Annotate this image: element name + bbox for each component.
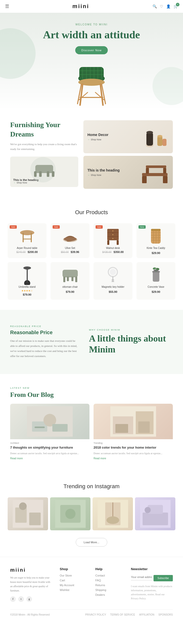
product-old-price: $50.00	[61, 251, 69, 253]
product-price: $200.00	[28, 250, 38, 253]
product-card[interactable]: ottoman chair $79.90	[51, 262, 89, 300]
newsletter-email-input[interactable]	[131, 574, 152, 580]
search-icon[interactable]: 🔍	[152, 4, 157, 9]
product-stars: ★★★★☆	[11, 289, 43, 292]
twitter-icon[interactable]: t	[18, 596, 24, 602]
svg-rect-69	[112, 280, 114, 280]
product-old-price: $240.00	[17, 251, 26, 253]
footer-help-link[interactable]: Dealers	[95, 593, 123, 596]
svg-rect-33	[146, 168, 149, 174]
product-image	[11, 226, 43, 247]
product-card[interactable]: New Kinte Tea Caddy $29.90	[136, 223, 175, 258]
svg-rect-86	[138, 421, 150, 433]
svg-point-46	[112, 238, 113, 239]
footer-privacy-link[interactable]: PRIVACY POLICY	[85, 613, 106, 616]
product-card[interactable]: Sale Arper Round table $240.00 $200.00	[8, 223, 47, 258]
footer-terms-link[interactable]: TERMS OF SERVICE	[110, 613, 135, 616]
footer-help-link[interactable]: Shipping	[95, 588, 123, 591]
instagram-item[interactable]	[135, 497, 175, 530]
svg-rect-18	[35, 165, 53, 173]
footer-sponsors-link[interactable]: SPONSORS	[158, 613, 173, 616]
instagram-section: Trending on Instagram	[0, 473, 183, 557]
discover-now-button[interactable]: Discover Now	[75, 46, 108, 54]
svg-rect-36	[23, 233, 24, 242]
svg-rect-85	[115, 424, 128, 433]
footer-newsletter: Newsletter Subscribe I want emails from …	[131, 567, 173, 602]
reasonable-description: One of our mission is to make sure that …	[10, 338, 79, 359]
footer-help-title: Help	[95, 567, 123, 571]
furnishing-left: Furnishing Your Dreams We've got everyth…	[10, 120, 83, 187]
furnishing-card-3-title: This is the heading	[87, 168, 120, 172]
furnishing-card-3: This is the heading → Shop Now	[83, 156, 173, 189]
heart-icon[interactable]: ♡	[160, 4, 163, 9]
furnishing-card-2-title: Home Decor	[87, 133, 108, 137]
reasonable-title: Reasonable Price	[10, 330, 79, 335]
svg-rect-32	[146, 165, 166, 168]
products-section-title: Our Products	[8, 209, 175, 216]
cart-icon[interactable]: 🛒 0	[174, 4, 178, 9]
furnishing-right: Home Decor → Shop Now	[83, 120, 173, 189]
svg-rect-28	[162, 139, 166, 146]
product-card[interactable]: Sale Walnut desk $430.00 $350.00	[94, 223, 132, 258]
reasonable-tag2: WHY CHOOSE MINIM	[89, 329, 173, 331]
svg-point-75	[152, 267, 156, 270]
footer-shop-link[interactable]: Our Store	[60, 574, 88, 577]
product-card[interactable]: Concrete Vase $29.90	[136, 262, 175, 300]
svg-rect-26	[157, 136, 162, 146]
footer-affiliation-link[interactable]: AFFILIATION	[139, 613, 154, 616]
blog-article-desc-2: Donec accumsan auctor iaculis. Sed susci…	[94, 451, 173, 455]
furnishing-card-3-shop[interactable]: → Shop Now	[87, 174, 120, 176]
product-card[interactable]: Magnetic key holder $55.90	[94, 262, 132, 300]
footer-help-link[interactable]: Returns	[95, 584, 123, 587]
product-image	[97, 265, 129, 285]
load-more-button[interactable]: Load More...	[76, 538, 107, 547]
site-logo[interactable]: miini	[72, 3, 89, 10]
product-image	[140, 265, 172, 285]
svg-rect-20	[52, 171, 54, 177]
instagram-item[interactable]	[8, 497, 48, 530]
footer-help-link[interactable]: FAQ	[95, 579, 123, 582]
product-image	[140, 226, 172, 247]
product-name: Concrete Vase	[140, 285, 172, 288]
footer-shop-link[interactable]: My Account	[60, 584, 88, 587]
product-price: $29.90	[152, 251, 160, 255]
svg-rect-70	[112, 281, 114, 282]
product-badge: Sale	[53, 225, 60, 229]
furnishing-title: Furnishing Your Dreams	[10, 120, 78, 139]
footer-shop-link[interactable]: Cart	[60, 579, 88, 582]
svg-rect-30	[142, 176, 147, 183]
blog-read-more-1[interactable]: Read more	[10, 457, 23, 460]
footer-shop-link[interactable]: Wishlist	[60, 588, 88, 591]
product-card[interactable]: Sale Ulive Set $50.00 $39.96	[51, 223, 89, 258]
svg-point-67	[110, 269, 116, 275]
svg-point-27	[157, 135, 162, 138]
footer-help-link[interactable]: Contact	[95, 574, 123, 577]
blog-card: Architect 7 thoughts on simplifying your…	[10, 404, 89, 460]
blog-article-category-1: Architect	[10, 442, 89, 444]
subscribe-button[interactable]: Subscribe	[154, 575, 173, 581]
svg-rect-37	[31, 233, 32, 242]
user-icon[interactable]: 👤	[166, 4, 171, 9]
product-card[interactable]: Umbrella stand ★★★★☆ $79.90	[8, 262, 47, 300]
footer-copyright: ©2018 Minim - All Rights Reserved	[10, 613, 50, 616]
instagram-item[interactable]	[50, 497, 90, 530]
blog-article-desc-1: Donec accumsan auctor iaculis. Sed susci…	[10, 451, 89, 455]
svg-point-101	[145, 507, 151, 513]
google-icon[interactable]: g	[26, 596, 32, 602]
furnishing-card-2-shop[interactable]: → Shop Now	[87, 138, 108, 141]
cart-count: 0	[176, 3, 179, 6]
furnishing-card-1: This is the heading → Shop Now	[10, 157, 78, 187]
product-image	[11, 265, 43, 285]
product-old-price: $430.00	[102, 251, 112, 253]
furnishing-card-2-image	[143, 125, 169, 149]
menu-icon[interactable]: ☰	[5, 4, 9, 9]
furnishing-card-1-shop[interactable]: → Shop Now	[13, 181, 39, 184]
instagram-item[interactable]	[93, 497, 133, 530]
svg-rect-81	[35, 427, 45, 428]
products-section: Our Products Sale Arper Round table $240…	[0, 199, 183, 310]
hero-section: WELCOME TO MIINI Art width an attitude D…	[0, 13, 183, 110]
blog-read-more-2[interactable]: Read more	[94, 457, 106, 460]
instagram-grid	[8, 497, 175, 530]
product-badge: Sale	[96, 225, 103, 229]
facebook-icon[interactable]: f	[10, 596, 16, 602]
